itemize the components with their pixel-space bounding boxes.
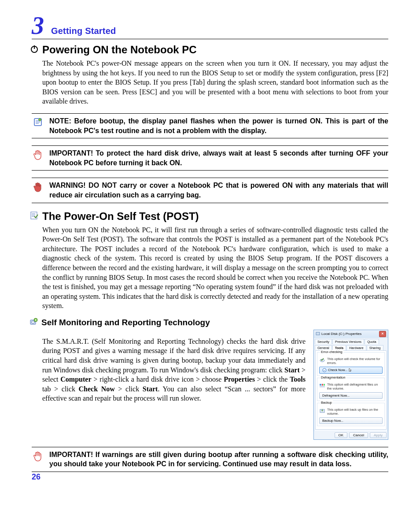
tab-hardware[interactable]: Hardware xyxy=(346,345,366,350)
heading-text: The Power-On Self Test (POST) xyxy=(42,210,199,223)
svg-point-5 xyxy=(32,321,34,323)
chapter-header: 3 Getting Started xyxy=(32,13,388,39)
heading-text: Self Monitoring and Reporting Technology xyxy=(41,318,210,327)
tab-quota[interactable]: Quota xyxy=(365,339,379,344)
section3-body: The S.M.A.R.T. (Self Monitoring and Repo… xyxy=(42,337,306,403)
warning-hand-icon xyxy=(32,181,44,200)
group-title: Backup xyxy=(320,401,333,405)
section1-body: The Notebook PC's power-ON message appea… xyxy=(42,59,388,106)
check-now-button[interactable]: Check Now... xyxy=(319,367,383,374)
heading-text: Powering ON the Notebook PC xyxy=(42,44,197,56)
chapter-title: Getting Started xyxy=(51,26,116,36)
section-heading-powering-on: Powering ON the Notebook PC xyxy=(30,44,388,56)
hand-icon xyxy=(32,450,44,469)
important1-callout: IMPORTANT! To protect the hard disk driv… xyxy=(32,145,388,171)
svg-rect-8 xyxy=(316,332,320,335)
chapter-number: 3 xyxy=(32,13,44,38)
dialog-panel: Error-checking This option will check th… xyxy=(315,350,387,430)
defrag-icon xyxy=(319,383,325,389)
group-text: This option will defragment files on the… xyxy=(327,383,383,390)
important2-text: IMPORTANT! If warnings are still given d… xyxy=(49,450,388,469)
section-heading-post: The Power-On Self Test (POST) xyxy=(30,210,388,223)
svg-rect-13 xyxy=(324,384,325,386)
warning-text: WARNING! DO NOT carry or cover a Noteboo… xyxy=(49,181,388,200)
ok-button[interactable]: OK xyxy=(335,432,348,438)
svg-point-7 xyxy=(35,319,37,320)
group-defragmentation: Defragmentation This option will defragm… xyxy=(317,378,385,401)
dialog-tabs-row2: General Tools Hardware Sharing xyxy=(314,344,388,350)
section2-body: When you turn ON the Notebook PC, it wil… xyxy=(42,225,388,311)
important1-text: IMPORTANT! To protect the hard disk driv… xyxy=(49,149,388,167)
svg-rect-12 xyxy=(322,384,323,386)
note-callout: NOTE: Before bootup, the display panel f… xyxy=(32,113,388,138)
check-disk-icon xyxy=(319,357,325,363)
group-text: This option will back up files on the vo… xyxy=(327,408,383,416)
cancel-button[interactable]: Cancel xyxy=(349,432,368,438)
cursor-icon xyxy=(349,368,352,372)
drive-gear-icon xyxy=(30,318,38,328)
svg-point-10 xyxy=(323,368,326,372)
backup-icon xyxy=(319,408,325,414)
tab-sharing[interactable]: Sharing xyxy=(367,345,383,350)
warning-callout: WARNING! DO NOT carry or cover a Noteboo… xyxy=(32,178,388,203)
note-icon xyxy=(32,116,44,135)
backup-now-button[interactable]: Backup Now... xyxy=(319,417,383,424)
svg-rect-14 xyxy=(320,386,325,387)
dialog-tabs-row1: Security Previous Versions Quota xyxy=(314,338,388,344)
group-title: Error-checking xyxy=(320,350,343,354)
close-icon[interactable]: × xyxy=(379,331,386,337)
hand-icon xyxy=(32,149,44,167)
checklist-icon xyxy=(30,210,39,223)
page-number: 26 xyxy=(32,472,41,482)
svg-rect-11 xyxy=(320,384,321,386)
drive-icon xyxy=(316,331,320,337)
group-backup: Backup This option will back up files on… xyxy=(317,403,385,426)
defragment-now-button[interactable]: Defragment Now... xyxy=(319,392,383,399)
note-text: NOTE: Before bootup, the display panel f… xyxy=(49,116,388,135)
svg-rect-3 xyxy=(31,212,37,219)
group-text: This option will check the volume for er… xyxy=(327,357,383,365)
dialog-button-row: OK Cancel Apply xyxy=(314,431,388,439)
dialog-titlebar: Local Disk (C:) Properties × xyxy=(314,330,388,338)
tab-security[interactable]: Security xyxy=(315,339,332,344)
apply-button[interactable]: Apply xyxy=(370,432,387,438)
dialog-title-text: Local Disk (C:) Properties xyxy=(321,332,361,336)
important2-callout: IMPORTANT! If warnings are still given d… xyxy=(32,447,388,472)
tab-previous-versions[interactable]: Previous Versions xyxy=(332,339,364,344)
group-title: Defragmentation xyxy=(320,375,346,379)
properties-dialog: Local Disk (C:) Properties × Security Pr… xyxy=(313,330,388,440)
power-icon xyxy=(30,44,39,56)
section-heading-smart: Self Monitoring and Reporting Technology xyxy=(30,318,388,328)
group-error-checking: Error-checking This option will check th… xyxy=(317,352,385,376)
